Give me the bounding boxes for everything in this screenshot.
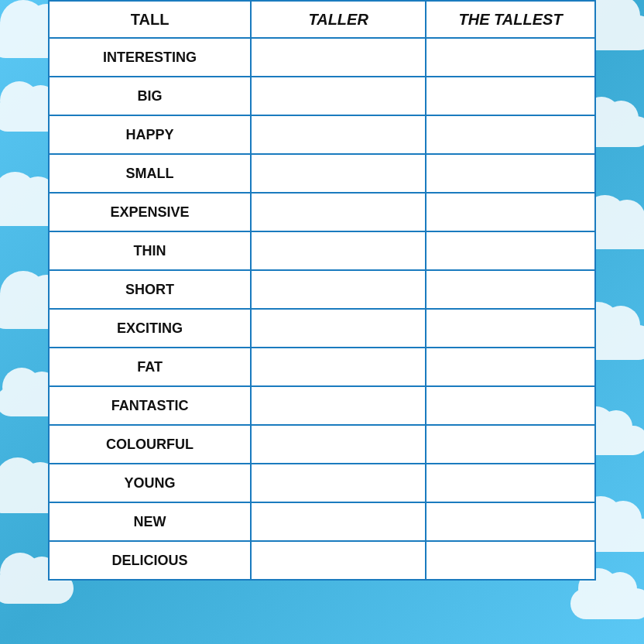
table-row: HAPPY — [49, 115, 595, 154]
table-row: NEW — [49, 502, 595, 541]
word-cell: SHORT — [49, 270, 251, 309]
word-cell: BIG — [49, 77, 251, 115]
table-row: FAT — [49, 348, 595, 386]
superlative-cell[interactable] — [426, 231, 595, 270]
table-container: TALL TALLER THE TALLEST INTERESTINGBIGHA… — [48, 0, 596, 644]
superlative-cell[interactable] — [426, 270, 595, 309]
superlative-cell[interactable] — [426, 309, 595, 348]
word-cell: YOUNG — [49, 464, 251, 502]
comparative-cell[interactable] — [251, 154, 426, 193]
comparative-cell[interactable] — [251, 502, 426, 541]
header-col2: TALLER — [251, 1, 426, 38]
superlative-cell[interactable] — [426, 502, 595, 541]
word-cell: DELICIOUS — [49, 541, 251, 580]
table-row: EXPENSIVE — [49, 193, 595, 231]
comparative-cell[interactable] — [251, 77, 426, 115]
table-row: COLOURFUL — [49, 425, 595, 464]
table-row: BIG — [49, 77, 595, 115]
word-cell: COLOURFUL — [49, 425, 251, 464]
word-cell: EXCITING — [49, 309, 251, 348]
comparative-cell[interactable] — [251, 464, 426, 502]
comparative-cell[interactable] — [251, 541, 426, 580]
table-row: EXCITING — [49, 309, 595, 348]
superlative-cell[interactable] — [426, 541, 595, 580]
table-row: DELICIOUS — [49, 541, 595, 580]
superlative-cell[interactable] — [426, 348, 595, 386]
superlative-cell[interactable] — [426, 154, 595, 193]
table-row: FANTASTIC — [49, 386, 595, 425]
comparative-cell[interactable] — [251, 193, 426, 231]
comparative-cell[interactable] — [251, 348, 426, 386]
adjectives-table: TALL TALLER THE TALLEST INTERESTINGBIGHA… — [48, 0, 596, 581]
comparative-cell[interactable] — [251, 231, 426, 270]
comparative-cell[interactable] — [251, 270, 426, 309]
word-cell: NEW — [49, 502, 251, 541]
superlative-cell[interactable] — [426, 425, 595, 464]
superlative-cell[interactable] — [426, 38, 595, 77]
word-cell: FAT — [49, 348, 251, 386]
table-row: THIN — [49, 231, 595, 270]
header-row: TALL TALLER THE TALLEST — [49, 1, 595, 38]
comparative-cell[interactable] — [251, 309, 426, 348]
table-row: INTERESTING — [49, 38, 595, 77]
superlative-cell[interactable] — [426, 464, 595, 502]
header-col1: TALL — [49, 1, 251, 38]
word-cell: EXPENSIVE — [49, 193, 251, 231]
comparative-cell[interactable] — [251, 115, 426, 154]
superlative-cell[interactable] — [426, 77, 595, 115]
word-cell: FANTASTIC — [49, 386, 251, 425]
comparative-cell[interactable] — [251, 425, 426, 464]
comparative-cell[interactable] — [251, 38, 426, 77]
table-row: SHORT — [49, 270, 595, 309]
superlative-cell[interactable] — [426, 386, 595, 425]
table-row: YOUNG — [49, 464, 595, 502]
word-cell: INTERESTING — [49, 38, 251, 77]
superlative-cell[interactable] — [426, 193, 595, 231]
superlative-cell[interactable] — [426, 115, 595, 154]
table-row: SMALL — [49, 154, 595, 193]
comparative-cell[interactable] — [251, 386, 426, 425]
header-col3: THE TALLEST — [426, 1, 595, 38]
word-cell: HAPPY — [49, 115, 251, 154]
word-cell: THIN — [49, 231, 251, 270]
word-cell: SMALL — [49, 154, 251, 193]
